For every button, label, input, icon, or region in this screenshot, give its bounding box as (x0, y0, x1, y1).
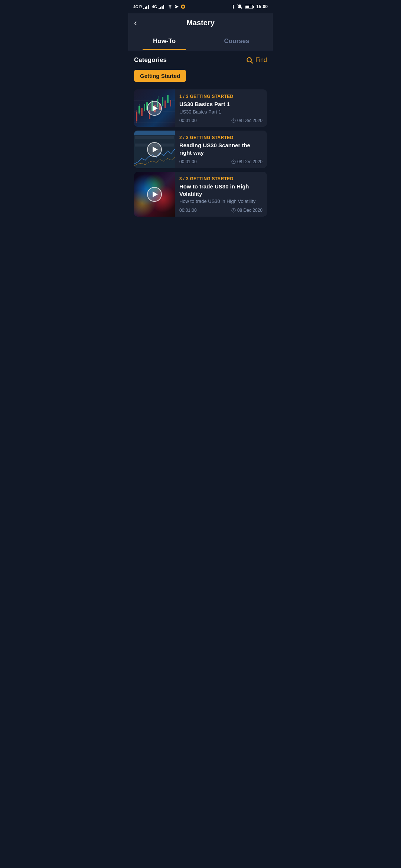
clock-icon-1 (231, 118, 236, 123)
card-date-2: 08 Dec 2020 (231, 159, 263, 164)
svg-rect-17 (170, 100, 171, 106)
battery-icon (245, 5, 254, 9)
video-card-3[interactable]: 3 / 3 GETTING STARTED How to trade US30 … (134, 172, 267, 217)
video-card-1[interactable]: 1 / 3 GETTING STARTED US30 Basics Part 1… (134, 89, 267, 127)
card-info-3: 3 / 3 GETTING STARTED How to trade US30 … (175, 172, 267, 217)
card-meta-2: 00:01:00 08 Dec 2020 (179, 159, 263, 164)
clock-icon-2 (231, 160, 236, 164)
card-series-2: 2 / 3 GETTING STARTED (179, 135, 263, 140)
video-card-2[interactable]: 2 / 3 GETTING STARTED Reading US30 Scann… (134, 131, 267, 168)
header: ‹ Mastery (128, 13, 273, 32)
svg-rect-15 (164, 101, 166, 108)
bluetooth-icon (231, 4, 235, 9)
svg-line-3 (251, 62, 253, 63)
card-date-3: 08 Dec 2020 (231, 208, 263, 213)
app-icon (180, 4, 186, 9)
card-duration-2: 00:01:00 (179, 159, 197, 164)
categories-label: Categories (134, 56, 167, 64)
content-area: Categories Find Getting Started (128, 50, 273, 223)
signal-bars-1 (143, 4, 149, 9)
search-icon (246, 56, 253, 64)
categories-row: Categories Find (134, 56, 267, 64)
find-button[interactable]: Find (246, 56, 267, 64)
location-icon (175, 4, 179, 9)
card-meta-3: 00:01:00 08 Dec 2020 (179, 208, 263, 213)
page-title: Mastery (186, 19, 215, 27)
card-title-3: How to trade US30 in High Volatility (179, 183, 263, 197)
card-meta-1: 00:01:00 08 Dec 2020 (179, 118, 263, 123)
signal-text-2: 4G (152, 5, 157, 9)
card-duration-3: 00:01:00 (179, 208, 197, 213)
card-duration-1: 00:01:00 (179, 118, 197, 123)
play-button-1[interactable] (147, 101, 162, 116)
clock-icon-3 (231, 208, 236, 213)
tab-courses[interactable]: Courses (200, 32, 273, 50)
status-left: 4G R 4G (133, 4, 186, 9)
play-button-2[interactable] (147, 142, 162, 157)
svg-rect-16 (167, 95, 169, 103)
tab-how-to[interactable]: How-To (128, 32, 200, 50)
svg-rect-6 (141, 108, 143, 116)
thumbnail-2 (134, 131, 175, 168)
card-series-1: 1 / 3 GETTING STARTED (179, 94, 263, 99)
svg-rect-14 (162, 97, 163, 106)
card-title-1: US30 Basics Part 1 (179, 101, 263, 108)
tab-bar: How-To Courses (128, 32, 273, 50)
status-bar: 4G R 4G (128, 0, 273, 13)
card-title-2: Reading US30 Scanner the right way (179, 142, 263, 156)
card-info-1: 1 / 3 GETTING STARTED US30 Basics Part 1… (175, 89, 267, 127)
signal-text-1: 4G R (133, 5, 142, 9)
bell-muted-icon (237, 4, 242, 9)
category-pills: Getting Started (134, 70, 267, 82)
signal-bars-2 (159, 4, 164, 9)
card-series-3: 3 / 3 GETTING STARTED (179, 176, 263, 181)
clock-time: 15:00 (256, 4, 268, 9)
svg-rect-7 (144, 104, 145, 111)
category-pill-getting-started[interactable]: Getting Started (134, 70, 186, 82)
video-list: 1 / 3 GETTING STARTED US30 Basics Part 1… (134, 89, 267, 217)
play-button-3[interactable] (147, 187, 162, 202)
status-right: 15:00 (231, 4, 268, 9)
svg-rect-26 (134, 131, 175, 135)
back-button[interactable]: ‹ (134, 19, 137, 27)
card-subtitle-3: How to trade US30 in High Volatility (179, 198, 263, 205)
svg-rect-27 (135, 136, 174, 139)
thumbnail-3 (134, 172, 175, 217)
card-info-2: 2 / 3 GETTING STARTED Reading US30 Scann… (175, 131, 267, 168)
card-date-1: 08 Dec 2020 (231, 118, 263, 123)
card-subtitle-1: US30 Basics Part 1 (179, 109, 263, 115)
thumbnail-1 (134, 89, 175, 127)
wifi-icon (167, 4, 173, 9)
